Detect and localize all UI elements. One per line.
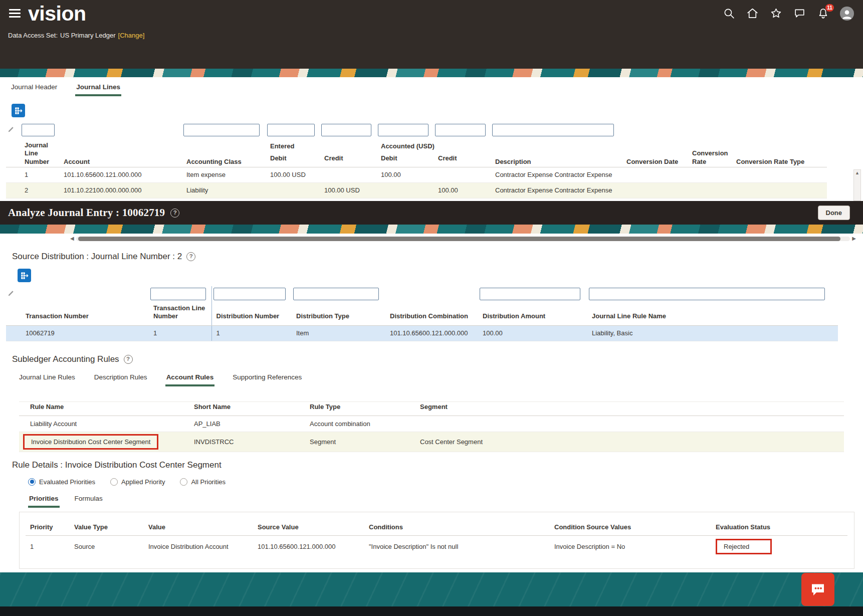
help-icon[interactable]: ? (170, 209, 179, 218)
horizontal-scrollbar[interactable]: ◀ ▶ (70, 235, 856, 242)
filter-distribution-type[interactable] (293, 288, 379, 300)
col-distribution-number: Distribution Number (211, 303, 292, 325)
radio-applied-priority[interactable]: Applied Priority (110, 478, 165, 486)
header-bar: vision 11 (0, 0, 863, 27)
col-conditions: Conditions (364, 522, 550, 536)
radio-evaluated-priorities[interactable]: Evaluated Priorities (28, 478, 95, 486)
radio-label: All Priorities (191, 478, 226, 486)
subledger-tabs: Journal Line Rules Description Rules Acc… (18, 370, 863, 386)
tab-supporting-references[interactable]: Supporting References (232, 370, 303, 386)
col-distribution-amount: Distribution Amount (478, 303, 587, 325)
filter-journal-line-number[interactable] (22, 124, 55, 136)
highlight-box: Rejected (716, 539, 772, 554)
help-icon[interactable]: ? (186, 252, 195, 261)
priority-row[interactable]: 1 Source Invoice Distribution Account 10… (26, 536, 847, 558)
filter-distribution-number[interactable] (213, 288, 286, 300)
filter-accounted-debit[interactable] (378, 124, 428, 136)
notification-badge: 11 (825, 4, 834, 12)
radio-label: Applied Priority (121, 478, 165, 486)
scrollbar-track[interactable] (76, 237, 850, 241)
priorities-panel: Priority Value Type Value Source Value C… (19, 512, 854, 569)
journal-line-row-1[interactable]: 1 101.10.65600.121.000.000 Item expense … (6, 167, 827, 182)
cell-accounting-class: Liability (182, 182, 266, 198)
filter-distribution-amount[interactable] (480, 288, 580, 300)
cell-accounted-credit (434, 167, 491, 182)
filter-transaction-line-number[interactable] (150, 288, 206, 300)
cell-value: Invoice Distribution Account (144, 536, 253, 558)
source-distribution-row[interactable]: 10062719 1 1 Item 101.10.65600.121.000.0… (6, 325, 838, 341)
journal-tabs: Journal Header Journal Lines (0, 80, 863, 96)
search-icon[interactable] (722, 7, 735, 20)
journal-line-row-2[interactable]: 2 101.10.22100.000.000.000 Liability 100… (6, 182, 827, 198)
filter-accounting-class[interactable] (183, 124, 260, 136)
rule-row-invoice-distribution-cost-center[interactable]: Invoice Distribution Cost Center Segment… (19, 432, 844, 452)
radio-all-priorities[interactable]: All Priorities (180, 478, 226, 486)
cell-account: 101.10.22100.000.000.000 (59, 182, 182, 198)
scroll-right-icon[interactable]: ▶ (852, 236, 856, 241)
chat-feedback-button[interactable] (801, 573, 834, 606)
cell-distribution-type: Item (292, 325, 385, 341)
col-short-name: Short Name (189, 401, 305, 416)
col-conversion-date: Conversion Date (622, 139, 688, 167)
col-source-value: Source Value (253, 522, 364, 536)
journal-group-header-row: Journal Line Number Account Accounting C… (6, 139, 827, 152)
cell-line-number: 2 (20, 182, 59, 198)
cell-entered-credit (320, 167, 376, 182)
filter-journal-line-rule-name[interactable] (589, 288, 825, 300)
tab-priorities[interactable]: Priorities (28, 492, 60, 508)
col-value: Value (144, 522, 253, 536)
announcements-icon[interactable] (793, 7, 806, 20)
filter-accounted-credit[interactable] (435, 124, 486, 136)
tab-journal-header[interactable]: Journal Header (10, 80, 58, 96)
scrollbar-thumb[interactable] (78, 237, 840, 241)
tab-formulas[interactable]: Formulas (74, 492, 104, 508)
vertical-scrollbar[interactable]: ▲ (853, 169, 861, 201)
col-journal-line-rule-name: Journal Line Rule Name (587, 303, 838, 325)
filter-entered-credit[interactable] (321, 124, 371, 136)
cell-transaction-number: 10062719 (21, 325, 149, 341)
analyze-content: ◀ ▶ Source Distribution : Journal Line N… (0, 234, 863, 572)
col-group-entered: Entered (266, 139, 376, 152)
scroll-left-icon[interactable]: ◀ (70, 236, 74, 241)
tab-journal-line-rules[interactable]: Journal Line Rules (18, 370, 76, 386)
source-distribution-toolbar (18, 269, 863, 282)
tab-description-rules[interactable]: Description Rules (93, 370, 148, 386)
rule-details-tabs: Priorities Formulas (28, 492, 863, 508)
cell-rule-name: Liability Account (19, 416, 189, 432)
user-avatar[interactable] (840, 7, 854, 21)
bottom-bar (0, 606, 863, 616)
tab-account-rules[interactable]: Account Rules (165, 370, 215, 386)
favorites-star-icon[interactable] (769, 7, 782, 20)
subledger-title: Subledger Accounting Rules (12, 354, 119, 364)
help-icon[interactable]: ? (124, 355, 133, 364)
scroll-up-icon[interactable]: ▲ (855, 171, 859, 200)
notifications-bell-icon[interactable]: 11 (816, 7, 829, 20)
cell-distribution-amount: 100.00 (478, 325, 587, 341)
cell-entered-debit: 100.00 USD (266, 167, 320, 182)
done-button[interactable]: Done (818, 206, 850, 220)
data-access-value: US Primary Ledger (60, 32, 116, 39)
change-link[interactable]: [Change] (118, 32, 145, 39)
col-conversion-rate-type: Conversion Rate Type (732, 139, 827, 167)
col-evaluation-status: Evaluation Status (711, 522, 847, 536)
tab-journal-lines[interactable]: Journal Lines (75, 80, 121, 96)
data-access-set: Data Access Set:US Primary Ledger[Change… (8, 32, 863, 39)
col-condition-source-values: Condition Source Values (550, 522, 711, 536)
menu-icon[interactable] (9, 9, 21, 18)
page-footer (0, 572, 863, 606)
col-rule-type: Rule Type (305, 401, 415, 416)
export-to-excel-button[interactable] (18, 269, 31, 282)
highlight-box: Invoice Distribution Cost Center Segment (23, 434, 158, 450)
analyze-title: Analyze Journal Entry : 10062719 (8, 207, 165, 219)
journal-toolbar (12, 104, 863, 117)
rule-row-liability-account[interactable]: Liability Account AP_LIAB Account combin… (19, 416, 844, 432)
global-header: vision 11 (0, 0, 863, 69)
subledger-heading: Subledger Accounting Rules ? (12, 354, 863, 364)
home-icon[interactable] (746, 7, 759, 20)
cell-entered-debit (266, 182, 320, 198)
export-to-excel-button[interactable] (12, 104, 25, 117)
col-priority: Priority (26, 522, 70, 536)
cell-value-type: Source (70, 536, 144, 558)
filter-entered-debit[interactable] (267, 124, 315, 136)
filter-description[interactable] (492, 124, 614, 136)
